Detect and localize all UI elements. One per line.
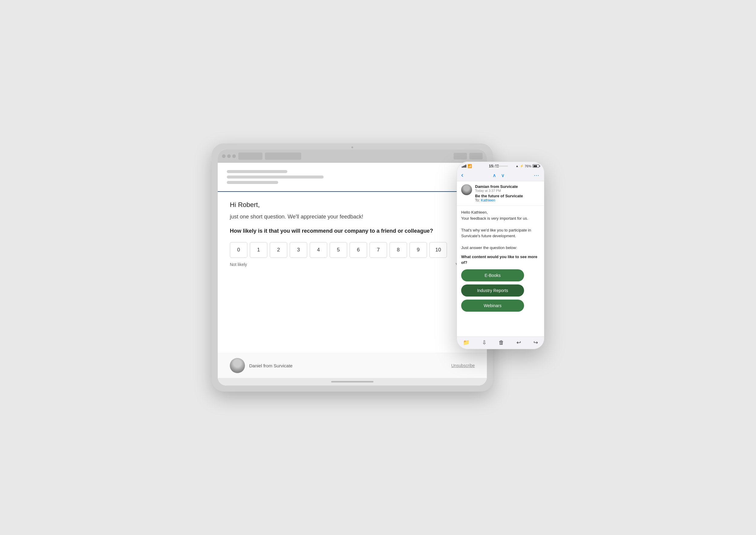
nps-btn-1[interactable]: 1 xyxy=(250,242,267,258)
toolbar-reply-icon[interactable]: ↩ xyxy=(517,339,521,346)
email-footer: Daniel from Survicate Unsubscribe xyxy=(218,353,487,378)
toolbar-folder-icon[interactable]: 📁 xyxy=(463,339,470,346)
nav-down-arrow[interactable]: ∨ xyxy=(501,173,505,178)
battery-icon xyxy=(532,164,539,168)
email-greeting: Hi Robert, xyxy=(230,201,475,209)
phone-nav-bar: ‹ ∧ ∨ ⋯ xyxy=(457,169,544,181)
browser-dot-yellow xyxy=(227,154,231,158)
phone-email-body: Hello Kathleen, Your feedback is very im… xyxy=(457,206,544,336)
email-bar-1 xyxy=(227,170,287,173)
browser-tab-1[interactable] xyxy=(238,153,262,160)
browser-dots xyxy=(222,154,236,158)
sender-avatar-image xyxy=(230,358,245,373)
bluetooth-icon: ⚡ xyxy=(520,164,524,168)
phone: 📶 15:48 ▲ ⚡ 76% ‹ ∧ ∨ ⋯ xyxy=(457,162,544,349)
nps-labels: Not likely Very likely xyxy=(230,262,475,267)
browser-btn-2[interactable] xyxy=(469,153,483,159)
choice-ebooks[interactable]: E-Books xyxy=(461,269,524,281)
nps-btn-2[interactable]: 2 xyxy=(270,242,287,258)
toolbar-forward-icon[interactable]: ↪ xyxy=(533,339,538,346)
choice-webinars[interactable]: Webinars xyxy=(461,299,524,312)
phone-speaker xyxy=(493,165,508,167)
email-intro: just one short question. We'll appreciat… xyxy=(230,213,475,220)
sender-avatar xyxy=(230,358,245,373)
nps-btn-9[interactable]: 9 xyxy=(410,242,427,258)
email-meta: Damian from Survicate Today at 3:37 PM B… xyxy=(457,181,544,206)
tablet-camera xyxy=(351,147,353,148)
nps-btn-10[interactable]: 10 xyxy=(429,242,447,258)
signal-icon xyxy=(462,165,466,168)
email-bar-3 xyxy=(227,181,278,184)
nps-btn-8[interactable]: 8 xyxy=(390,242,407,258)
choice-industry-reports[interactable]: Industry Reports xyxy=(461,284,524,296)
battery-pct-label: 76% xyxy=(525,164,531,168)
nps-btn-5[interactable]: 5 xyxy=(330,242,347,258)
sender-name: Daniel from Survicate xyxy=(249,363,292,368)
status-right: ▲ ⚡ 76% xyxy=(516,164,539,168)
phone-body-line4: Just answer the question below: xyxy=(461,245,540,251)
email-bar-2 xyxy=(227,176,324,179)
battery-fill xyxy=(533,165,537,167)
email-area: Hi Robert, just one short question. We'l… xyxy=(218,163,487,385)
email-body: Hi Robert, just one short question. We'l… xyxy=(218,192,487,353)
browser-tab-2[interactable] xyxy=(265,153,301,160)
nps-btn-6[interactable]: 6 xyxy=(350,242,367,258)
wifi-icon: 📶 xyxy=(468,164,472,168)
browser-chrome xyxy=(218,150,487,163)
nav-more-button[interactable]: ⋯ xyxy=(534,172,540,179)
phone-sender-avatar-image xyxy=(461,184,472,195)
phone-body-line3: That's why we'd like you to participate … xyxy=(461,227,540,239)
phone-sender-avatar xyxy=(461,184,472,195)
scene: Hi Robert, just one short question. We'l… xyxy=(212,143,544,392)
browser-dot-red xyxy=(222,154,226,158)
phone-body-line2: Your feedback is very important for us. xyxy=(461,215,540,221)
nps-btn-7[interactable]: 7 xyxy=(369,242,387,258)
tablet-scroll-bar xyxy=(218,378,487,385)
nps-btn-0[interactable]: 0 xyxy=(230,242,247,258)
phone-email-subject: Be the future of Survicate xyxy=(475,194,540,198)
unsubscribe-link[interactable]: Unsubscribe xyxy=(451,363,475,368)
browser-btn-1[interactable] xyxy=(454,153,467,159)
phone-email-to: To: Kathleen xyxy=(475,198,540,203)
phone-body-line1: Hello Kathleen, xyxy=(461,210,540,215)
status-left: 📶 xyxy=(462,164,472,168)
tablet-inner: Hi Robert, just one short question. We'l… xyxy=(218,150,487,385)
phone-toolbar: 📁 ⇩ 🗑 ↩ ↪ xyxy=(457,336,544,349)
back-button[interactable]: ‹ xyxy=(461,171,463,179)
nps-label-left: Not likely xyxy=(230,262,247,267)
scroll-bar-pill xyxy=(331,381,373,382)
nps-btn-3[interactable]: 3 xyxy=(290,242,307,258)
nps-scale: 012345678910 xyxy=(230,242,475,258)
phone-survey-question: What content would you like to see more … xyxy=(461,254,540,266)
phone-choices: E-Books Industry Reports Webinars xyxy=(461,269,540,312)
phone-sender-name: Damian from Survicate xyxy=(475,184,540,189)
tablet: Hi Robert, just one short question. We'l… xyxy=(212,143,493,392)
nps-btn-4[interactable]: 4 xyxy=(310,242,327,258)
to-label: To: xyxy=(475,198,481,203)
phone-email-time: Today at 3:37 PM xyxy=(475,189,540,192)
browser-dot-green xyxy=(232,154,236,158)
sender-info: Daniel from Survicate xyxy=(230,358,292,373)
toolbar-trash-icon[interactable]: 🗑 xyxy=(499,340,504,346)
email-header-bars xyxy=(218,163,487,192)
email-question: How likely is it that you will recommend… xyxy=(230,227,475,235)
nav-arrows: ∧ ∨ xyxy=(493,173,505,178)
nav-up-arrow[interactable]: ∧ xyxy=(493,173,496,178)
toolbar-download-icon[interactable]: ⇩ xyxy=(482,339,487,346)
location-icon: ▲ xyxy=(516,164,519,168)
to-name: Kathleen xyxy=(481,198,495,203)
email-meta-info: Damian from Survicate Today at 3:37 PM B… xyxy=(475,184,540,203)
